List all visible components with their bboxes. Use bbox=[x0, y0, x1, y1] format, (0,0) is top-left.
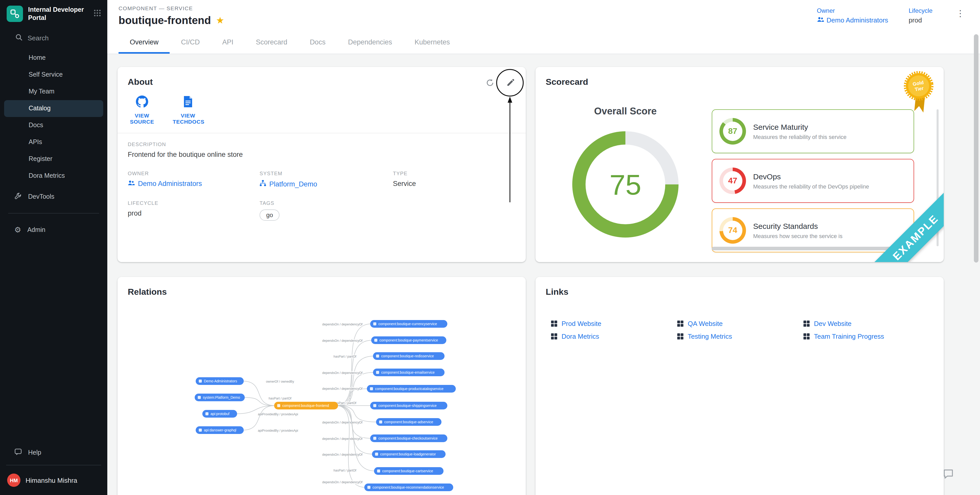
score-card-devops[interactable]: 47DevOpsMeasures the reliability of the … bbox=[712, 159, 914, 203]
score-ring-security-standards: 74 bbox=[719, 217, 746, 244]
score-desc: Measures the reliability of this service bbox=[753, 134, 846, 140]
graph-node-component-boutique-checkoutservice[interactable]: component:boutique-checkoutservice bbox=[370, 435, 447, 442]
sidebar-item-home[interactable]: Home bbox=[0, 49, 107, 66]
sidebar-item-devtools[interactable]: DevTools bbox=[0, 187, 107, 205]
sidebar-item-dora-metrics[interactable]: Dora Metrics bbox=[0, 167, 107, 184]
edit-pencil-button[interactable] bbox=[503, 76, 518, 90]
owner-value-link[interactable]: Demo Administrators bbox=[817, 16, 888, 24]
edge-label: dependsOn / dependencyOf bbox=[322, 421, 363, 424]
sidebar-item-docs[interactable]: Docs bbox=[0, 117, 107, 134]
graph-node-component-boutique-redisservice[interactable]: component:boutique-redisservice bbox=[373, 352, 444, 360]
tag-chip-go[interactable]: go bbox=[259, 209, 280, 221]
svg-text:system:Platform_Demo: system:Platform_Demo bbox=[203, 395, 240, 400]
graph-node-demo-administrators[interactable]: Demo Administrators bbox=[196, 377, 244, 385]
sidebar-search[interactable]: Search bbox=[0, 27, 107, 47]
graph-node-component-boutique-paymentservice[interactable]: component:boutique-paymentservice bbox=[371, 336, 446, 344]
edge-label: apiProvidedBy / providesApi bbox=[258, 429, 298, 433]
score-list-vertical-scrollbar[interactable] bbox=[937, 109, 939, 246]
system-icon bbox=[259, 180, 266, 188]
webapp-grid-icon bbox=[677, 333, 684, 340]
refresh-button[interactable] bbox=[483, 76, 497, 90]
system-field-value[interactable]: Platform_Demo bbox=[259, 180, 393, 188]
graph-node-component-boutique-frontend[interactable]: component:boutique-frontend bbox=[274, 402, 338, 409]
sidebar-item-self-service[interactable]: Self Service bbox=[0, 66, 107, 83]
edge-label: dependsOn / dependencyOf bbox=[322, 339, 363, 342]
overall-score-label: Overall Score bbox=[574, 106, 676, 117]
sidebar-item-help[interactable]: Help bbox=[0, 443, 107, 462]
help-label: Help bbox=[28, 449, 41, 456]
tab-ci-cd[interactable]: CI/CD bbox=[170, 30, 211, 54]
apps-grid-icon[interactable] bbox=[94, 9, 101, 19]
graph-node-component-boutique-loadgenerator[interactable]: component:boutique-loadgenerator bbox=[372, 450, 445, 458]
score-card-security-standards[interactable]: 74Security StandardsMeasures how secure … bbox=[712, 209, 914, 252]
svg-text:component:boutique-cartservice: component:boutique-cartservice bbox=[382, 469, 433, 473]
owner-field-text: Demo Administrators bbox=[138, 180, 202, 188]
sidebar-item-my-team[interactable]: My Team bbox=[0, 83, 107, 100]
score-value: 87 bbox=[723, 122, 742, 141]
description-label: DESCRIPTION bbox=[128, 142, 515, 147]
user-name: Himanshu Mishra bbox=[25, 476, 77, 484]
link-dev-website[interactable]: Dev Website bbox=[803, 320, 929, 328]
scorecard-title: Scorecard bbox=[536, 67, 944, 88]
graph-node-component-boutique-adservice[interactable]: component:boutique-adservice bbox=[376, 418, 441, 426]
tab-overview[interactable]: Overview bbox=[119, 30, 170, 54]
svg-text:component:boutique-frontend: component:boutique-frontend bbox=[282, 404, 329, 407]
sidebar-item-catalog[interactable]: Catalog bbox=[4, 100, 103, 117]
graph-node-system-platform-demo[interactable]: system:Platform_Demo bbox=[195, 393, 245, 401]
about-card: About bbox=[118, 67, 526, 262]
view-source-button[interactable]: VIEW SOURCE bbox=[123, 95, 161, 125]
favorite-star-icon[interactable]: ★ bbox=[216, 16, 224, 25]
header-owner-block: Owner Demo Administrators bbox=[817, 7, 888, 24]
svg-text:component:boutique-redisservic: component:boutique-redisservice bbox=[381, 354, 434, 358]
type-field-label: TYPE bbox=[393, 170, 515, 176]
link-qa-website[interactable]: QA Website bbox=[677, 320, 803, 328]
tab-kubernetes[interactable]: Kubernetes bbox=[403, 30, 461, 54]
tab-scorecard[interactable]: Scorecard bbox=[245, 30, 299, 54]
sidebar-item-register[interactable]: Register bbox=[0, 150, 107, 167]
edge-label: dependsOn / dependencyOf bbox=[322, 437, 363, 441]
graph-node-component-boutique-currencyservice[interactable]: component:boutique-currencyservice bbox=[370, 320, 447, 328]
kebab-menu-icon[interactable]: ⋮ bbox=[953, 7, 968, 20]
view-techdocs-button[interactable]: VIEW TECHDOCS bbox=[169, 95, 207, 125]
sidebar-item-apis[interactable]: APIs bbox=[0, 134, 107, 150]
graph-node-component-boutique-productcatalogservice[interactable]: component:boutique-productcatalogservice bbox=[367, 385, 456, 393]
user-row[interactable]: HM Himanshu Mishra bbox=[0, 468, 107, 495]
view-techdocs-label: VIEW TECHDOCS bbox=[173, 112, 204, 125]
graph-node-api-danswer-graphql[interactable]: api:danswer-graphql bbox=[196, 426, 244, 434]
svg-text:component:boutique-adservice: component:boutique-adservice bbox=[384, 420, 433, 424]
relations-title: Relations bbox=[118, 277, 526, 297]
link-dora-metrics[interactable]: Dora Metrics bbox=[551, 333, 677, 340]
links-title: Links bbox=[536, 277, 944, 297]
devtools-label: DevTools bbox=[28, 193, 54, 200]
link-team-training-progress[interactable]: Team Training Progress bbox=[803, 333, 929, 340]
breadcrumb: COMPONENT — SERVICE bbox=[119, 5, 224, 11]
github-icon bbox=[136, 95, 148, 110]
tab-docs[interactable]: Docs bbox=[299, 30, 337, 54]
graph-node-component-boutique-cartservice[interactable]: component:boutique-cartservice bbox=[374, 467, 444, 475]
sidebar-item-admin[interactable]: ⚙ Admin bbox=[0, 220, 107, 239]
feedback-chat-icon[interactable] bbox=[942, 468, 955, 482]
svg-text:api:danswer-graphql: api:danswer-graphql bbox=[204, 428, 236, 432]
link-prod-website[interactable]: Prod Website bbox=[551, 320, 677, 328]
techdocs-icon bbox=[182, 95, 194, 110]
avatar: HM bbox=[7, 474, 21, 487]
type-field-value: Service bbox=[393, 180, 515, 188]
lifecycle-field-label: LIFECYCLE bbox=[128, 200, 259, 206]
link-label: Team Training Progress bbox=[814, 333, 884, 340]
owner-field-value[interactable]: Demo Administrators bbox=[128, 180, 259, 188]
page-scrollbar[interactable] bbox=[974, 34, 978, 263]
content-grid: About bbox=[107, 54, 980, 495]
relations-graph[interactable]: dependsOn / dependencyOfdependsOn / depe… bbox=[118, 277, 525, 495]
graph-node-api-protobuf[interactable]: api:protobuf bbox=[202, 410, 237, 418]
lifecycle-label: Lifecycle bbox=[909, 7, 932, 14]
graph-node-component-boutique-shippingservice[interactable]: component:boutique-shippingservice bbox=[370, 402, 447, 409]
relations-card: Relations dependsOn / dependencyOfdepend… bbox=[118, 277, 526, 495]
tab-dependencies[interactable]: Dependencies bbox=[337, 30, 403, 54]
link-testing-metrics[interactable]: Testing Metrics bbox=[677, 333, 803, 340]
webapp-grid-icon bbox=[803, 320, 810, 327]
tab-api[interactable]: API bbox=[211, 30, 245, 54]
score-card-service-maturity[interactable]: 87Service MaturityMeasures the reliabili… bbox=[712, 109, 914, 153]
graph-node-component-boutique-emailservice[interactable]: component:boutique-emailservice bbox=[373, 369, 444, 376]
score-list-horizontal-scrollbar[interactable] bbox=[712, 247, 913, 250]
graph-node-component-boutique-recommendationservice[interactable]: component:boutique-recommendationservice bbox=[364, 484, 453, 491]
